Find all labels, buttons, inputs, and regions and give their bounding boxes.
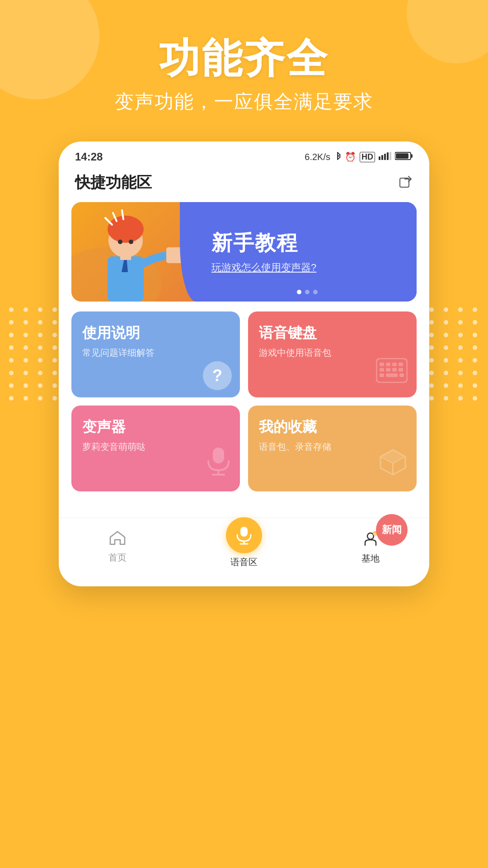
hero-title: 功能齐全 <box>0 36 488 81</box>
card-usage-title: 使用说明 <box>82 323 229 343</box>
page-title: 快捷功能区 <box>75 172 152 193</box>
svg-point-16 <box>118 240 122 244</box>
svg-rect-6 <box>411 154 413 158</box>
card-usage-subtitle: 常见问题详细解答 <box>82 347 229 359</box>
banner-pagination <box>297 290 318 294</box>
banner[interactable]: 新手教程 玩游戏怎么使用变声器? <box>71 202 417 302</box>
svg-rect-25 <box>386 363 390 366</box>
banner-title: 新手教程 <box>211 229 403 257</box>
svg-rect-29 <box>386 368 390 372</box>
banner-subtitle: 玩游戏怎么使用变声器? <box>211 261 403 274</box>
cards-grid: 使用说明 常见问题详细解答 ? 语音键盘 游戏中使用语音包 <box>71 311 417 491</box>
microphone-icon <box>206 445 231 484</box>
banner-right: 新手教程 玩游戏怎么使用变声器? <box>198 202 417 302</box>
card-favorites-title: 我的收藏 <box>259 417 406 437</box>
svg-rect-33 <box>386 373 398 377</box>
dots-decoration-left <box>9 307 59 401</box>
card-favorites[interactable]: 我的收藏 语音包、录音存储 <box>248 406 417 491</box>
alarm-icon: ⏰ <box>345 151 356 162</box>
svg-point-15 <box>108 216 144 243</box>
keyboard-icon <box>376 354 408 390</box>
svg-rect-35 <box>213 448 224 463</box>
mic-button[interactable] <box>226 517 262 553</box>
svg-rect-4 <box>389 152 391 160</box>
svg-rect-32 <box>380 373 384 377</box>
content-area: 新手教程 玩游戏怎么使用变声器? 使用说明 常见问题详细解答 ? <box>59 202 429 509</box>
nav-base-label: 基地 <box>361 552 380 565</box>
nav-item-voice-zone[interactable]: 语音区 <box>226 526 262 568</box>
banner-dot-1 <box>297 290 301 294</box>
card-voice-keyboard-title: 语音键盘 <box>259 323 406 343</box>
news-badge-label: 新闻 <box>382 523 402 537</box>
svg-point-46 <box>367 533 374 539</box>
svg-point-17 <box>129 240 133 244</box>
svg-rect-0 <box>379 156 380 160</box>
banner-left <box>71 202 198 302</box>
svg-rect-2 <box>384 154 386 160</box>
bottom-nav: 首页 语音区 D <box>59 518 429 573</box>
svg-marker-39 <box>380 450 405 463</box>
svg-rect-43 <box>240 527 248 537</box>
status-bar: 14:28 6.2K/s ⏰ HD <box>59 142 429 168</box>
svg-rect-3 <box>387 152 389 160</box>
question-icon: ? <box>203 361 232 390</box>
svg-rect-1 <box>381 155 383 160</box>
home-icon <box>109 531 126 549</box>
battery-icon <box>395 151 413 163</box>
card-voice-changer[interactable]: 变声器 萝莉变音萌萌哒 <box>71 406 240 491</box>
bluetooth-icon <box>334 151 341 163</box>
hd-badge: HD <box>360 152 375 162</box>
svg-rect-30 <box>392 368 397 372</box>
status-right: 6.2K/s ⏰ HD <box>305 151 413 163</box>
banner-dot-3 <box>313 290 318 294</box>
svg-rect-27 <box>399 363 403 366</box>
news-badge[interactable]: 新闻 <box>376 514 408 546</box>
share-button[interactable] <box>399 175 413 191</box>
top-bar: 快捷功能区 <box>59 168 429 202</box>
network-speed: 6.2K/s <box>305 152 330 162</box>
card-usage[interactable]: 使用说明 常见问题详细解答 ? <box>71 311 240 397</box>
nav-item-home[interactable]: 首页 <box>108 531 127 564</box>
svg-rect-7 <box>396 153 408 159</box>
banner-dot-2 <box>305 290 310 294</box>
card-voice-changer-title: 变声器 <box>82 417 229 437</box>
svg-rect-24 <box>380 363 384 366</box>
nav-home-label: 首页 <box>108 552 127 564</box>
card-voice-keyboard[interactable]: 语音键盘 游戏中使用语音包 <box>248 311 417 397</box>
svg-rect-34 <box>399 373 404 377</box>
nav-voice-zone-label: 语音区 <box>230 556 258 568</box>
hero-section: 功能齐全 变声功能，一应俱全满足要求 <box>0 0 488 142</box>
dots-decoration-right <box>429 307 479 401</box>
box-icon <box>378 448 408 484</box>
phone-mockup: 14:28 6.2K/s ⏰ HD <box>59 142 429 586</box>
svg-rect-26 <box>392 363 397 366</box>
status-time: 14:28 <box>75 151 103 163</box>
signal-icon <box>379 152 391 162</box>
svg-rect-28 <box>380 368 384 372</box>
hero-subtitle: 变声功能，一应俱全满足要求 <box>0 89 488 114</box>
svg-rect-31 <box>399 368 403 372</box>
